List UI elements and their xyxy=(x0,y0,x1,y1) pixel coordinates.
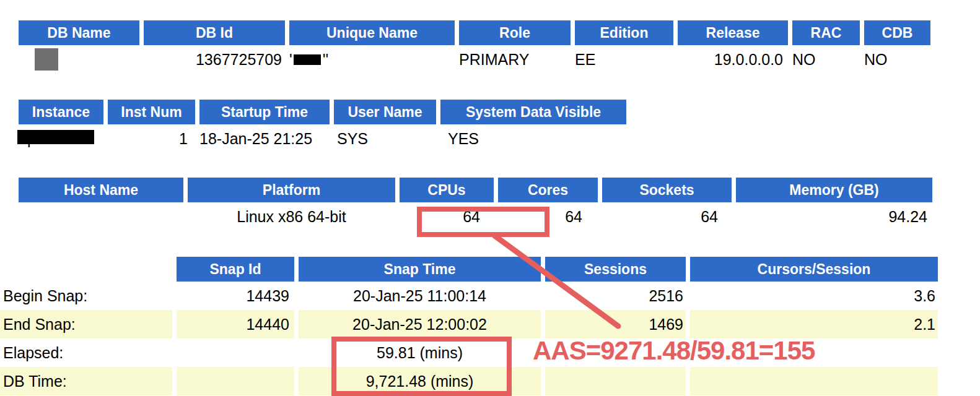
instance-data-row: bpmdb 1 18-Jan-25 21:25 SYS YES xyxy=(19,124,626,153)
aas-formula-annotation: AAS=9271.48/59.81=155 xyxy=(533,336,815,366)
row-label: DB Time: xyxy=(0,367,172,395)
unique-name-open-quote: ' xyxy=(289,51,292,68)
rac-cell: NO xyxy=(792,45,860,74)
snap-id-cell: 14440 xyxy=(177,310,294,338)
startup-time-cell: 18-Jan-25 21:25 xyxy=(199,124,330,153)
col-header-edition: Edition xyxy=(575,20,673,45)
row-label: End Snap: xyxy=(0,310,172,338)
col-header-role: Role xyxy=(459,20,571,45)
sockets-cell: 64 xyxy=(602,202,732,231)
db-info-table: DB Name DB Id Unique Name Role Edition R… xyxy=(14,20,935,74)
cpus-highlight-box xyxy=(417,207,549,237)
db-info-header-row: DB Name DB Id Unique Name Role Edition R… xyxy=(19,20,930,45)
col-header-rac: RAC xyxy=(792,20,860,45)
col-header-cursors-session: Cursors/Session xyxy=(690,257,938,282)
col-header-cores: Cores xyxy=(498,178,598,202)
system-data-visible-cell: YES xyxy=(440,124,626,153)
inst-num-cell: 1 xyxy=(108,124,195,153)
user-name-cell: SYS xyxy=(334,124,436,153)
cursors-session-cell: 3.6 xyxy=(690,282,938,310)
col-header-sessions: Sessions xyxy=(545,257,686,282)
db-id-cell: 1367725709 xyxy=(144,45,285,74)
snap-id-cell xyxy=(177,367,294,395)
host-name-cell xyxy=(19,202,183,231)
col-header-host-name: Host Name xyxy=(19,178,183,202)
unique-name-cell: ''' xyxy=(289,45,455,74)
col-header-unique-name: Unique Name xyxy=(289,20,455,45)
col-header-snap-time: Snap Time xyxy=(299,257,541,282)
snap-time-cell: 20-Jan-25 12:00:02 xyxy=(299,310,541,338)
col-header-instance: Instance xyxy=(19,100,103,124)
host-header-row: Host Name Platform CPUs Cores Sockets Me… xyxy=(19,178,932,202)
sessions-cell xyxy=(545,367,686,395)
instance-info-table: Instance Inst Num Startup Time User Name… xyxy=(14,100,631,153)
snap-time-cell: 20-Jan-25 11:00:14 xyxy=(299,282,541,310)
col-header-platform: Platform xyxy=(188,178,395,202)
col-header-startup-time: Startup Time xyxy=(199,100,330,124)
snap-id-cell: 14439 xyxy=(177,282,294,310)
awr-report-page: DB Name DB Id Unique Name Role Edition R… xyxy=(0,0,980,396)
col-header-user-name: User Name xyxy=(334,100,436,124)
cursors-session-cell: 2.1 xyxy=(690,310,938,338)
col-header-db-name: DB Name xyxy=(19,20,139,45)
col-header-system-data-visible: System Data Visible xyxy=(440,100,626,124)
row-label: Begin Snap: xyxy=(0,282,172,310)
cursors-session-cell xyxy=(690,367,938,395)
col-header-cpus: CPUs xyxy=(400,178,494,202)
col-header-db-id: DB Id xyxy=(144,20,285,45)
col-header-snap-id: Snap Id xyxy=(177,257,294,282)
instance-name-redacted: bpmdb xyxy=(19,130,66,148)
col-header-snapshot-label xyxy=(0,257,172,282)
instance-name-redaction-bar xyxy=(17,130,94,144)
col-header-sockets: Sockets xyxy=(602,178,732,202)
unique-name-redaction-box xyxy=(294,54,321,65)
snap-id-cell xyxy=(177,338,294,367)
col-header-inst-num: Inst Num xyxy=(108,100,195,124)
role-cell: PRIMARY xyxy=(459,45,571,74)
release-cell: 19.0.0.0.0 xyxy=(678,45,788,74)
platform-cell: Linux x86 64-bit xyxy=(188,202,395,231)
col-header-release: Release xyxy=(678,20,788,45)
end-snap-row: End Snap: 14440 20-Jan-25 12:00:02 1469 … xyxy=(0,310,938,338)
edition-cell: EE xyxy=(575,45,673,74)
begin-snap-row: Begin Snap: 14439 20-Jan-25 11:00:14 251… xyxy=(0,282,938,310)
instance-header-row: Instance Inst Num Startup Time User Name… xyxy=(19,100,626,124)
cdb-cell: NO xyxy=(864,45,930,74)
elapsed-dbtime-highlight-box xyxy=(331,337,512,396)
db-name-redaction-box xyxy=(35,48,58,71)
col-header-cdb: CDB xyxy=(864,20,930,45)
db-info-data-row: 1367725709 ''' PRIMARY EE 19.0.0.0.0 NO … xyxy=(19,45,930,74)
instance-name-cell: bpmdb xyxy=(19,124,103,153)
memory-gb-cell: 94.24 xyxy=(736,202,932,231)
col-header-memory-gb: Memory (GB) xyxy=(736,178,932,202)
row-label: Elapsed: xyxy=(0,338,172,367)
db-name-cell xyxy=(19,45,139,74)
snapshot-header-row: Snap Id Snap Time Sessions Cursors/Sessi… xyxy=(0,257,938,282)
unique-name-close-quote: '' xyxy=(323,51,329,68)
